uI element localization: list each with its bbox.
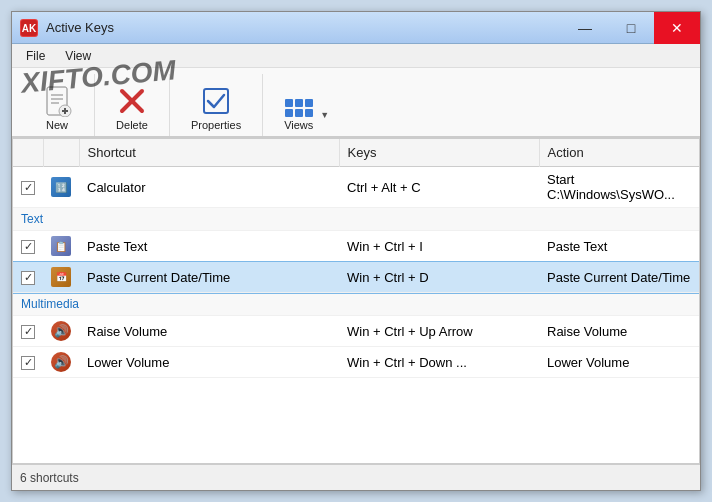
title-bar-controls: — □ ✕ bbox=[562, 12, 700, 43]
row-icon: 📋 bbox=[43, 231, 79, 262]
menu-bar: File View bbox=[12, 44, 700, 68]
row-action: Paste Text bbox=[539, 231, 699, 262]
table-container[interactable]: Shortcut Keys Action 🔢 Calculator Ctrl +… bbox=[12, 138, 700, 464]
row-action: Start C:\Windows\SysWO... bbox=[539, 167, 699, 208]
row-checkbox[interactable] bbox=[13, 316, 43, 347]
views-label: Views bbox=[284, 119, 313, 131]
properties-label: Properties bbox=[191, 119, 241, 131]
header-keys: Keys bbox=[339, 139, 539, 167]
checkbox-icon[interactable] bbox=[21, 271, 35, 285]
title-bar: AK Active Keys — □ ✕ bbox=[12, 12, 700, 44]
properties-icon bbox=[200, 85, 232, 117]
checkbox-icon[interactable] bbox=[21, 325, 35, 339]
maximize-button[interactable]: □ bbox=[608, 12, 654, 44]
toolbar-group-properties: Properties bbox=[170, 74, 263, 136]
minimize-button[interactable]: — bbox=[562, 12, 608, 44]
row-keys: Ctrl + Alt + C bbox=[339, 167, 539, 208]
toolbar-group-new: New bbox=[20, 74, 95, 136]
delete-icon bbox=[116, 85, 148, 117]
row-checkbox[interactable] bbox=[13, 231, 43, 262]
row-checkbox[interactable] bbox=[13, 347, 43, 378]
table-row[interactable]: 📅 Paste Current Date/Time Win + Ctrl + D… bbox=[13, 262, 699, 293]
main-window: AK Active Keys — □ ✕ File View bbox=[11, 11, 701, 491]
header-icon bbox=[43, 139, 79, 167]
delete-label: Delete bbox=[116, 119, 148, 131]
table-row[interactable]: 🔊 Raise Volume Win + Ctrl + Up Arrow Rai… bbox=[13, 316, 699, 347]
status-label: 6 shortcuts bbox=[20, 471, 79, 485]
row-checkbox[interactable] bbox=[13, 167, 43, 208]
row-shortcut: Calculator bbox=[79, 167, 339, 208]
row-shortcut: Paste Text bbox=[79, 231, 339, 262]
table-row[interactable]: 🔊 Lower Volume Win + Ctrl + Down ... Low… bbox=[13, 347, 699, 378]
shortcuts-table: Shortcut Keys Action 🔢 Calculator Ctrl +… bbox=[13, 139, 699, 378]
new-label: New bbox=[46, 119, 68, 131]
checkbox-icon[interactable] bbox=[21, 240, 35, 254]
row-icon: 📅 bbox=[43, 262, 79, 293]
table-section-row: Text bbox=[13, 208, 699, 231]
table-row[interactable]: 🔢 Calculator Ctrl + Alt + C Start C:\Win… bbox=[13, 167, 699, 208]
row-keys: Win + Ctrl + I bbox=[339, 231, 539, 262]
row-shortcut: Raise Volume bbox=[79, 316, 339, 347]
row-checkbox[interactable] bbox=[13, 262, 43, 293]
menu-view[interactable]: View bbox=[55, 47, 101, 65]
table-section-row: Multimedia bbox=[13, 293, 699, 316]
window-title: Active Keys bbox=[46, 20, 114, 35]
row-action: Paste Current Date/Time bbox=[539, 262, 699, 293]
menu-file[interactable]: File bbox=[16, 47, 55, 65]
svg-text:AK: AK bbox=[22, 23, 37, 34]
new-icon bbox=[41, 85, 73, 117]
app-icon: AK bbox=[20, 19, 38, 37]
header-shortcut: Shortcut bbox=[79, 139, 339, 167]
section-label: Multimedia bbox=[13, 293, 699, 316]
properties-button[interactable]: Properties bbox=[182, 80, 250, 136]
toolbar-group-views: Views ▼ bbox=[263, 74, 350, 136]
views-button[interactable]: Views ▼ bbox=[275, 94, 338, 136]
toolbar: New Delete bbox=[12, 68, 700, 138]
checkbox-icon[interactable] bbox=[21, 356, 35, 370]
header-checkbox bbox=[13, 139, 43, 167]
toolbar-group-delete: Delete bbox=[95, 74, 170, 136]
row-keys: Win + Ctrl + Down ... bbox=[339, 347, 539, 378]
header-action: Action bbox=[539, 139, 699, 167]
row-shortcut: Lower Volume bbox=[79, 347, 339, 378]
new-button[interactable]: New bbox=[32, 80, 82, 136]
row-shortcut: Paste Current Date/Time bbox=[79, 262, 339, 293]
table-header-row: Shortcut Keys Action bbox=[13, 139, 699, 167]
row-keys: Win + Ctrl + Up Arrow bbox=[339, 316, 539, 347]
row-icon: 🔢 bbox=[43, 167, 79, 208]
title-bar-left: AK Active Keys bbox=[20, 19, 114, 37]
views-dropdown-arrow: ▼ bbox=[320, 110, 329, 120]
views-icon bbox=[285, 99, 313, 117]
row-icon: 🔊 bbox=[43, 316, 79, 347]
row-keys: Win + Ctrl + D bbox=[339, 262, 539, 293]
table-row[interactable]: 📋 Paste Text Win + Ctrl + I Paste Text bbox=[13, 231, 699, 262]
row-icon: 🔊 bbox=[43, 347, 79, 378]
content-area: Shortcut Keys Action 🔢 Calculator Ctrl +… bbox=[12, 138, 700, 464]
row-action: Lower Volume bbox=[539, 347, 699, 378]
section-label: Text bbox=[13, 208, 699, 231]
delete-button[interactable]: Delete bbox=[107, 80, 157, 136]
row-action: Raise Volume bbox=[539, 316, 699, 347]
checkbox-icon[interactable] bbox=[21, 181, 35, 195]
close-button[interactable]: ✕ bbox=[654, 12, 700, 44]
status-bar: 6 shortcuts bbox=[12, 464, 700, 490]
